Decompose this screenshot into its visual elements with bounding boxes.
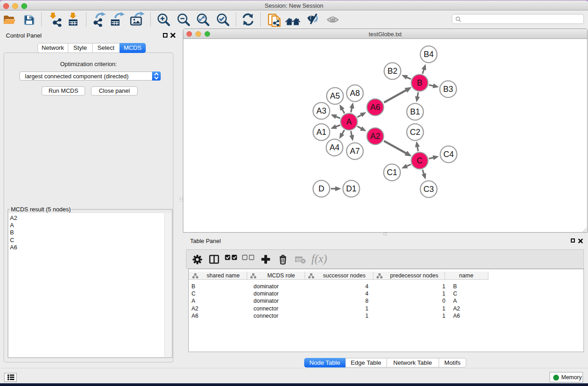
svg-text:A: A: [346, 117, 352, 126]
svg-text:A3: A3: [316, 106, 326, 115]
svg-text:D1: D1: [346, 184, 356, 193]
svg-text:B3: B3: [443, 85, 453, 94]
svg-text:A4: A4: [330, 143, 339, 152]
svg-text:C4: C4: [443, 150, 454, 159]
svg-text:A6: A6: [370, 103, 380, 112]
svg-text:C3: C3: [423, 185, 434, 194]
svg-text:B4: B4: [424, 50, 434, 59]
svg-text:B: B: [417, 78, 422, 87]
svg-text:A2: A2: [370, 132, 380, 141]
svg-text:B1: B1: [410, 107, 420, 116]
svg-text:D: D: [319, 184, 325, 193]
svg-text:A1: A1: [316, 128, 326, 137]
svg-text:A5: A5: [330, 91, 340, 100]
svg-text:A8: A8: [350, 89, 360, 98]
svg-text:C2: C2: [410, 128, 420, 137]
svg-text:A7: A7: [350, 147, 360, 156]
svg-text:C1: C1: [387, 168, 397, 177]
svg-text:B2: B2: [387, 67, 397, 76]
svg-text:C: C: [417, 156, 423, 165]
